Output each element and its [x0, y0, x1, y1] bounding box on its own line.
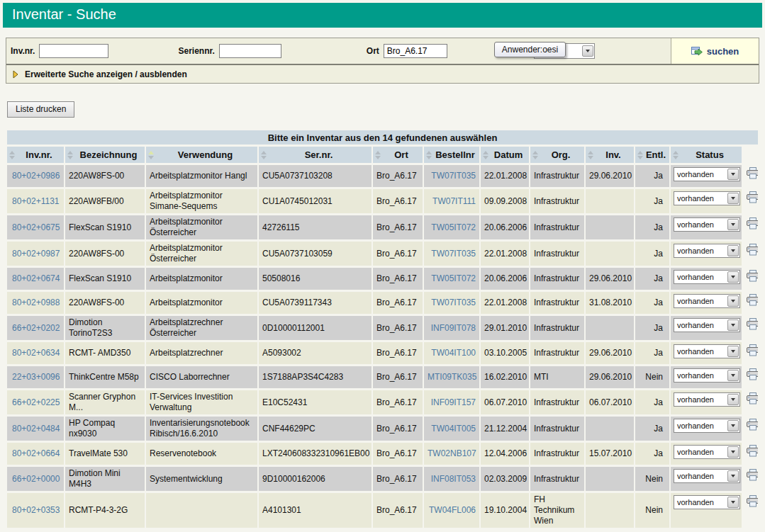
printer-icon[interactable] — [746, 294, 758, 309]
printer-icon[interactable] — [746, 392, 758, 407]
sort-icon-active[interactable] — [148, 151, 154, 159]
inventory-link[interactable]: 80+02+0664 — [12, 448, 60, 458]
column-header-status[interactable]: Status — [671, 147, 742, 163]
print-list-button[interactable]: Liste drucken — [7, 101, 74, 118]
column-header-verwendung[interactable]: Verwendung — [146, 147, 257, 163]
status-select[interactable]: vorhanden — [674, 419, 740, 433]
inventory-link[interactable]: 66+02+0000 — [12, 474, 60, 484]
column-header-bestellnr[interactable]: Bestellnr — [424, 147, 479, 163]
sort-icon[interactable] — [483, 151, 488, 159]
sort-icon[interactable] — [9, 151, 15, 159]
inventory-link[interactable]: 80+02+0353 — [12, 505, 60, 515]
printer-icon[interactable] — [746, 445, 758, 460]
chevron-down-icon[interactable] — [727, 394, 739, 405]
inventory-link[interactable]: 80+02+0988 — [12, 298, 60, 307]
status-select[interactable]: vorhanden — [674, 368, 740, 383]
chevron-down-icon[interactable] — [727, 346, 739, 357]
status-select[interactable]: vorhanden — [674, 294, 740, 308]
inventory-link[interactable]: 80+02+0675 — [12, 222, 60, 232]
inventory-link[interactable]: 80+02+0986 — [12, 171, 60, 181]
column-header-ort[interactable]: Ort — [373, 147, 423, 163]
printer-icon[interactable] — [746, 419, 758, 434]
order-link[interactable]: TW04IT005 — [431, 424, 476, 434]
column-header-org[interactable]: Org. — [530, 147, 584, 163]
search-button[interactable]: suchen — [671, 38, 759, 64]
chevron-down-icon[interactable] — [727, 219, 739, 230]
sort-icon[interactable] — [673, 151, 679, 159]
order-link[interactable]: INF08IT053 — [431, 474, 476, 484]
chevron-down-icon[interactable] — [727, 497, 739, 508]
chevron-down-icon[interactable] — [727, 319, 739, 331]
inventory-link[interactable]: 80+02+0987 — [12, 249, 60, 259]
sort-icon[interactable] — [532, 151, 538, 159]
status-select[interactable]: vorhanden — [674, 244, 740, 258]
inventory-link[interactable]: 66+02+0202 — [12, 323, 60, 333]
printer-icon[interactable] — [746, 217, 758, 232]
sort-icon[interactable] — [375, 151, 381, 159]
order-link[interactable]: TW05IT072 — [431, 273, 476, 283]
chevron-down-icon[interactable] — [727, 271, 739, 283]
chevron-down-icon[interactable] — [727, 193, 739, 204]
column-header-inv[interactable]: Inv. — [586, 147, 634, 163]
column-header-entl[interactable]: Entl. — [635, 147, 669, 163]
printer-icon[interactable] — [746, 495, 758, 510]
chevron-down-icon[interactable] — [727, 245, 739, 256]
chevron-down-icon[interactable] — [727, 420, 739, 431]
printer-icon[interactable] — [746, 318, 758, 333]
invnr-input[interactable] — [39, 44, 108, 58]
printer-icon[interactable] — [746, 244, 758, 259]
chevron-down-icon[interactable] — [727, 169, 739, 180]
column-header-datum[interactable]: Datum — [481, 147, 529, 163]
sort-icon[interactable] — [588, 151, 593, 159]
status-select[interactable]: vorhanden — [674, 191, 740, 205]
order-link[interactable]: TW07IT035 — [431, 171, 476, 181]
inventory-link[interactable]: 66+02+0225 — [12, 397, 60, 407]
order-link[interactable]: INF09IT157 — [431, 397, 476, 407]
printer-icon[interactable] — [746, 270, 758, 285]
order-link[interactable]: INF09IT078 — [431, 323, 476, 333]
status-select[interactable]: vorhanden — [674, 495, 740, 509]
chevron-down-icon[interactable] — [727, 470, 739, 482]
sort-icon[interactable] — [637, 151, 643, 159]
column-header-bezeichnung[interactable]: Bezeichnung — [65, 147, 145, 163]
entl-cell: Ja — [635, 189, 669, 213]
order-link[interactable]: MTI09TK035 — [428, 372, 476, 382]
inventory-link[interactable]: 80+02+0674 — [12, 273, 60, 283]
order-link[interactable]: TW07IT035 — [431, 249, 476, 259]
inventory-link[interactable]: 22+03+0096 — [12, 372, 60, 382]
order-link[interactable]: TW05IT072 — [431, 222, 476, 232]
chevron-down-icon[interactable] — [582, 45, 593, 57]
status-select[interactable]: vorhanden — [674, 270, 740, 284]
inventory-link[interactable]: 80+02+0484 — [12, 424, 60, 434]
chevron-down-icon[interactable] — [727, 295, 739, 307]
printer-icon[interactable] — [746, 344, 758, 359]
ort-input[interactable] — [384, 44, 447, 58]
status-select[interactable]: vorhanden — [674, 445, 740, 459]
status-select[interactable]: vorhanden — [674, 469, 740, 483]
chevron-down-icon[interactable] — [727, 370, 739, 381]
inventory-link[interactable]: 80+02+0634 — [12, 348, 60, 358]
printer-icon[interactable] — [746, 191, 758, 206]
printer-icon[interactable] — [746, 167, 758, 182]
seriennr-input[interactable] — [219, 44, 281, 58]
status-select[interactable]: vorhanden — [674, 392, 740, 407]
status-select[interactable]: vorhanden — [674, 318, 740, 332]
column-header-invnr[interactable]: Inv.nr. — [7, 147, 64, 163]
column-header-sernr[interactable]: Ser.nr. — [259, 147, 372, 163]
order-link[interactable]: TW02NB107 — [428, 448, 476, 458]
inventory-link[interactable]: 80+02+1131 — [12, 196, 60, 206]
sort-icon[interactable] — [67, 151, 73, 159]
order-link[interactable]: TW07IT035 — [431, 298, 476, 307]
order-link[interactable]: TW04FL006 — [429, 505, 476, 515]
order-link[interactable]: TW04IT100 — [431, 348, 476, 358]
printer-icon[interactable] — [746, 469, 758, 484]
advanced-search-toggle[interactable]: Erweiterte Suche anzeigen / ausblenden — [6, 64, 759, 83]
status-select[interactable]: vorhanden — [674, 167, 740, 181]
order-link[interactable]: TW07IT111 — [432, 196, 476, 206]
status-select[interactable]: vorhanden — [674, 344, 740, 358]
sort-icon[interactable] — [426, 151, 432, 159]
status-select[interactable]: vorhanden — [674, 217, 740, 232]
sort-icon[interactable] — [261, 151, 267, 159]
chevron-down-icon[interactable] — [727, 446, 739, 458]
printer-icon[interactable] — [746, 368, 758, 383]
